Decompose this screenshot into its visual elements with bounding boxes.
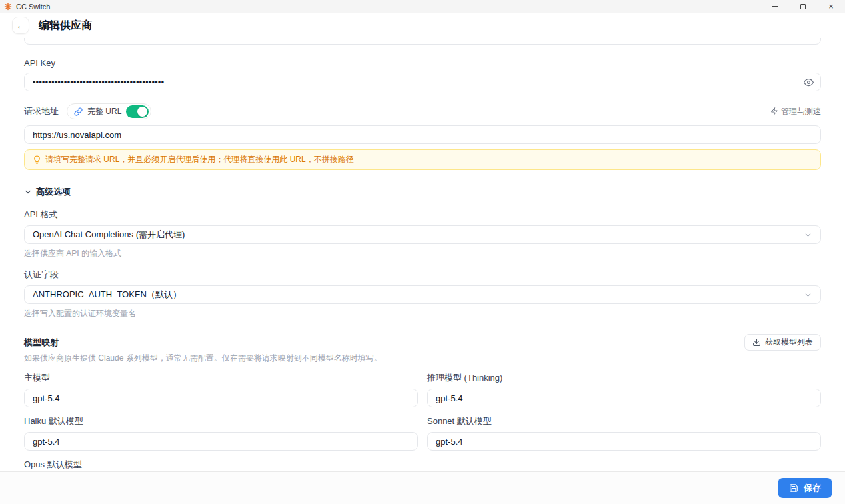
auth-field-helper: 选择写入配置的认证环境变量名	[24, 308, 821, 319]
thinking-model-label: 推理模型 (Thinking)	[427, 372, 821, 384]
close-icon: ×	[828, 2, 834, 11]
advanced-options-toggle[interactable]: 高级选项	[24, 186, 821, 198]
back-arrow-icon: ←	[16, 20, 25, 31]
thinking-model-field: 推理模型 (Thinking)	[427, 372, 821, 407]
auth-field-label: 认证字段	[24, 269, 821, 281]
model-mapping-helper: 如果供应商原生提供 Claude 系列模型，通常无需配置。仅在需要将请求映射到不…	[24, 353, 821, 364]
request-url-input[interactable]	[24, 125, 821, 144]
sonnet-model-input[interactable]	[427, 432, 821, 451]
link-icon	[74, 107, 83, 116]
window-titlebar: CC Switch ×	[0, 0, 845, 13]
minimize-icon	[772, 6, 778, 7]
main-model-label: 主模型	[24, 372, 418, 384]
auth-field-selected-value: ANTHROPIC_AUTH_TOKEN（默认）	[33, 289, 181, 301]
sonnet-model-field: Sonnet 默认模型	[427, 415, 821, 451]
haiku-model-input[interactable]	[24, 432, 418, 451]
zap-icon	[770, 107, 778, 115]
lightbulb-icon	[33, 155, 41, 164]
app-logo-icon	[4, 3, 12, 11]
main-model-input[interactable]	[24, 389, 418, 407]
full-url-mode-pill: 完整 URL	[67, 103, 151, 119]
manage-and-speedtest-link[interactable]: 管理与测速	[770, 106, 821, 117]
thinking-model-input[interactable]	[427, 389, 821, 407]
full-url-hint: 请填写完整请求 URL，并且必须开启代理后使用；代理将直接使用此 URL，不拼接…	[24, 149, 821, 170]
api-key-input[interactable]	[24, 73, 821, 91]
maximize-restore-button[interactable]	[789, 0, 817, 13]
chevron-down-icon	[804, 291, 812, 299]
back-button[interactable]: ←	[12, 17, 29, 34]
haiku-model-label: Haiku 默认模型	[24, 415, 418, 427]
request-url-row: 请求地址 完整 URL 管理与测速	[24, 103, 821, 119]
toggle-knob	[137, 107, 147, 117]
api-format-label: API 格式	[24, 209, 821, 221]
full-url-toggle[interactable]	[126, 105, 149, 118]
minimize-button[interactable]	[761, 0, 789, 13]
save-icon	[789, 483, 798, 493]
provider-name-input-clipped[interactable]	[24, 38, 821, 45]
model-mapping-grid: 主模型 推理模型 (Thinking) Haiku 默认模型 Sonnet 默认…	[24, 372, 821, 471]
opus-model-label: Opus 默认模型	[24, 459, 418, 471]
request-url-label: 请求地址	[24, 105, 59, 117]
advanced-options-title: 高级选项	[36, 186, 71, 198]
toggle-api-key-visibility-button[interactable]	[802, 75, 815, 89]
download-icon	[752, 338, 761, 347]
footer-bar: 保存	[0, 471, 845, 504]
restore-icon	[800, 4, 806, 9]
fetch-model-list-button[interactable]: 获取模型列表	[744, 334, 821, 351]
chevron-down-icon	[804, 231, 812, 239]
api-format-helper: 选择供应商 API 的输入格式	[24, 248, 821, 259]
chevron-down-icon	[24, 188, 32, 196]
api-key-label: API Key	[24, 58, 821, 68]
api-format-selected-value: OpenAI Chat Completions (需开启代理)	[33, 229, 185, 241]
window-title: CC Switch	[16, 3, 50, 11]
eye-icon	[804, 77, 814, 87]
opus-model-field: Opus 默认模型	[24, 459, 418, 471]
sonnet-model-label: Sonnet 默认模型	[427, 415, 821, 427]
model-mapping-title: 模型映射	[24, 337, 59, 349]
hint-text: 请填写完整请求 URL，并且必须开启代理后使用；代理将直接使用此 URL，不拼接…	[45, 154, 354, 165]
page-header: ← 编辑供应商	[0, 13, 845, 38]
close-button[interactable]: ×	[817, 0, 845, 13]
save-button-label: 保存	[804, 482, 821, 494]
page-title: 编辑供应商	[39, 19, 92, 33]
fetch-model-list-label: 获取模型列表	[765, 337, 813, 348]
haiku-model-field: Haiku 默认模型	[24, 415, 418, 451]
auth-field-select[interactable]: ANTHROPIC_AUTH_TOKEN（默认）	[24, 285, 821, 304]
full-url-badge-label: 完整 URL	[87, 106, 121, 117]
save-button[interactable]: 保存	[778, 478, 832, 498]
manage-link-label: 管理与测速	[781, 106, 821, 117]
api-format-select[interactable]: OpenAI Chat Completions (需开启代理)	[24, 225, 821, 244]
edit-provider-form: API Key 请求地址 完整 URL	[0, 38, 845, 471]
main-model-field: 主模型	[24, 372, 418, 407]
